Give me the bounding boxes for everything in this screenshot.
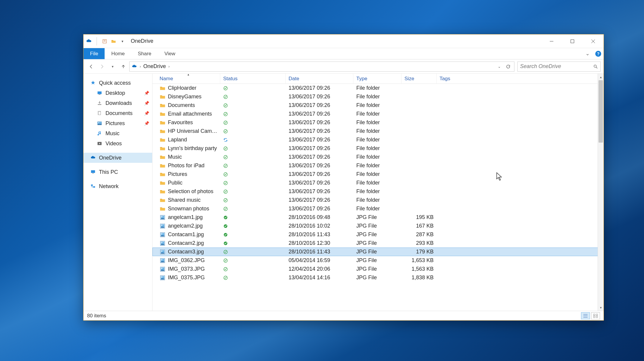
breadcrumb-item[interactable]: OneDrive — [143, 63, 166, 70]
file-date: 13/06/2017 09:26 — [286, 137, 353, 143]
chevron-right-icon[interactable]: › — [138, 64, 142, 69]
file-name: Public — [168, 180, 182, 186]
folder-icon — [160, 85, 166, 91]
file-row[interactable]: Favourites13/06/2017 09:26File folder — [152, 118, 604, 127]
file-row[interactable]: Lapland13/06/2017 09:26File folder — [152, 135, 604, 144]
scroll-thumb[interactable] — [599, 80, 603, 143]
breadcrumb-dropdown-icon[interactable]: ⌄ — [495, 62, 503, 71]
file-row[interactable]: Contacam3.jpg28/10/2016 11:43JPG File179… — [152, 248, 604, 256]
search-icon[interactable] — [593, 64, 598, 69]
file-name: Selection of photos — [168, 188, 213, 195]
sidebar-item-onedrive[interactable]: OneDrive — [84, 153, 152, 163]
help-button[interactable]: ? — [593, 48, 604, 59]
column-header-date[interactable]: Date — [286, 74, 353, 83]
column-header-name[interactable]: Name▴ — [157, 74, 220, 83]
svg-point-63 — [161, 276, 162, 277]
music-icon — [97, 130, 103, 136]
file-row[interactable]: HP Universal Camer...13/06/2017 09:26Fil… — [152, 127, 604, 135]
status-sync-icon — [223, 138, 228, 142]
file-type: JPG File — [353, 275, 401, 281]
sidebar-item-downloads[interactable]: Downloads📌 — [84, 98, 152, 108]
file-row[interactable]: Lynn's birthday party13/06/2017 09:26Fil… — [152, 144, 604, 153]
file-type: File folder — [353, 85, 401, 91]
file-row[interactable]: Contacam1.jpg28/10/2016 11:43JPG File287… — [152, 230, 604, 239]
sidebar-label: Pictures — [106, 120, 125, 127]
file-row[interactable]: IMG_0362.JPG05/04/2014 16:59JPG File1,65… — [152, 256, 604, 265]
column-header-type[interactable]: Type — [353, 74, 401, 83]
file-row[interactable]: Snowman photos13/06/2017 09:26File folde… — [152, 204, 604, 213]
qat-dropdown-icon[interactable]: ▾ — [119, 38, 125, 44]
ribbon-tab-view[interactable]: View — [158, 48, 182, 59]
view-large-icons-button[interactable] — [591, 312, 600, 319]
search-input[interactable] — [520, 63, 593, 70]
file-row[interactable]: Pictures13/06/2017 09:26File folder — [152, 170, 604, 179]
qat-save-icon[interactable] — [102, 38, 108, 44]
qat-folder-icon[interactable] — [111, 38, 116, 44]
sidebar-item-pictures[interactable]: Pictures📌 — [84, 118, 152, 128]
file-type: JPG File — [353, 240, 401, 246]
status-ok-icon — [223, 155, 228, 160]
scroll-track[interactable] — [598, 80, 604, 304]
sidebar-item-videos[interactable]: Videos — [84, 138, 152, 149]
file-type: File folder — [353, 102, 401, 108]
chevron-right-icon[interactable]: › — [167, 64, 171, 69]
column-header-size[interactable]: Size — [401, 74, 437, 83]
file-row[interactable]: DisneyGames13/06/2017 09:26File folder — [152, 92, 604, 101]
file-name: HP Universal Camer... — [168, 128, 217, 134]
sidebar-item-music[interactable]: Music — [84, 128, 152, 138]
status-ok-icon — [223, 258, 228, 263]
sidebar-item-desktop[interactable]: Desktop📌 — [84, 88, 152, 98]
sidebar-item-network[interactable]: Network — [84, 181, 152, 191]
sidebar-item-quick-access[interactable]: Quick access — [84, 78, 152, 88]
file-row[interactable]: IMG_0375.JPG13/04/2014 14:16JPG File1,83… — [152, 273, 604, 282]
ribbon-tab-home[interactable]: Home — [105, 48, 131, 59]
nav-history-dropdown[interactable]: ▾ — [108, 62, 117, 71]
file-row[interactable]: angelcam2.jpg28/10/2016 10:02JPG File167… — [152, 222, 604, 230]
file-row[interactable]: Shared music13/06/2017 09:26File folder — [152, 196, 604, 204]
ribbon-tab-file[interactable]: File — [84, 48, 105, 59]
scroll-up-icon[interactable]: ▴ — [598, 74, 604, 80]
file-row[interactable]: Documents13/06/2017 09:26File folder — [152, 101, 604, 110]
sidebar-item-this-pc[interactable]: This PC — [84, 167, 152, 177]
file-date: 13/06/2017 09:26 — [286, 197, 353, 203]
image-icon — [160, 223, 166, 229]
file-row[interactable]: IMG_0373.JPG12/04/2014 20:06JPG File1,56… — [152, 265, 604, 273]
file-date: 28/10/2016 11:43 — [286, 249, 353, 255]
folder-icon — [160, 137, 166, 143]
file-row[interactable]: Music13/06/2017 09:26File folder — [152, 153, 604, 161]
file-type: JPG File — [353, 249, 401, 255]
svg-rect-67 — [593, 316, 595, 318]
scroll-down-icon[interactable]: ▾ — [598, 304, 604, 311]
close-button[interactable] — [583, 34, 604, 48]
sidebar-item-documents[interactable]: Documents📌 — [84, 108, 152, 118]
refresh-button[interactable] — [504, 62, 512, 71]
nav-up-button[interactable] — [119, 62, 128, 71]
file-row[interactable]: angelcam1.jpg28/10/2016 09:48JPG File195… — [152, 213, 604, 222]
vertical-scrollbar[interactable]: ▴ ▾ — [598, 74, 604, 311]
search-box[interactable] — [517, 62, 601, 72]
pin-icon: 📌 — [144, 101, 149, 105]
view-details-button[interactable] — [581, 312, 590, 319]
file-date: 13/06/2017 09:26 — [286, 128, 353, 134]
sidebar-label: Network — [99, 183, 119, 190]
file-row[interactable]: Email attachments13/06/2017 09:26File fo… — [152, 110, 604, 118]
file-row[interactable]: Contacam2.jpg28/10/2016 12:30JPG File293… — [152, 239, 604, 248]
minimize-button[interactable] — [541, 34, 562, 48]
status-ok-icon — [223, 120, 228, 125]
file-row[interactable]: Public13/06/2017 09:26File folder — [152, 179, 604, 187]
svg-point-13 — [98, 122, 99, 123]
file-type: File folder — [353, 197, 401, 203]
nav-back-button[interactable] — [86, 62, 96, 71]
file-row[interactable]: ClipHoarder13/06/2017 09:26File folder — [152, 84, 604, 92]
maximize-button[interactable] — [562, 34, 583, 48]
sidebar-label: OneDrive — [99, 155, 122, 161]
file-row[interactable]: Selection of photos13/06/2017 09:26File … — [152, 187, 604, 196]
column-header-tags[interactable]: Tags — [437, 74, 472, 83]
file-type: File folder — [353, 137, 401, 143]
nav-forward-button[interactable] — [97, 62, 107, 71]
breadcrumb[interactable]: › OneDrive › ⌄ — [129, 62, 514, 72]
ribbon-expand-icon[interactable]: ⌄ — [582, 48, 593, 59]
column-header-status[interactable]: Status — [220, 74, 286, 83]
file-row[interactable]: Photos for iPad13/06/2017 09:26File fold… — [152, 161, 604, 170]
ribbon-tab-share[interactable]: Share — [131, 48, 158, 59]
